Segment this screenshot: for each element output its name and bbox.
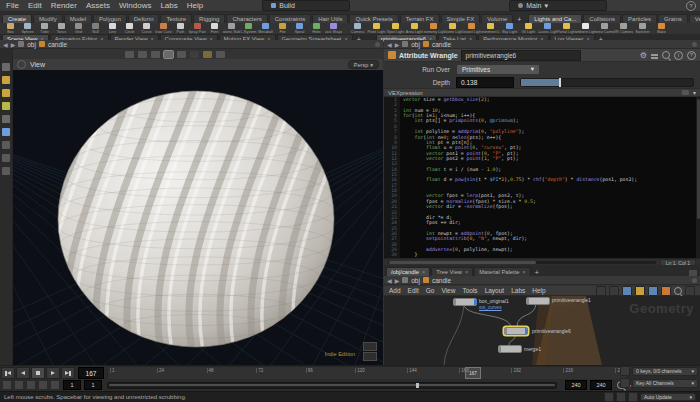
code-scrollbar-vertical[interactable] bbox=[696, 97, 700, 258]
shelf-tool[interactable]: Quick Shapes bbox=[325, 23, 342, 34]
display-flag[interactable] bbox=[525, 328, 528, 334]
radial-menu-icon[interactable] bbox=[17, 60, 26, 69]
close-icon[interactable]: × bbox=[465, 269, 468, 275]
keyframe-options-icon[interactable] bbox=[26, 380, 36, 390]
slider-handle[interactable] bbox=[559, 78, 561, 87]
help-icon[interactable]: ? bbox=[687, 51, 696, 60]
translate-tool-icon[interactable] bbox=[2, 141, 10, 149]
shelf-tool[interactable]: Box bbox=[2, 23, 19, 34]
add-shelf-tab-button[interactable]: + bbox=[514, 16, 524, 23]
forward-button[interactable]: ▶ bbox=[11, 41, 16, 48]
forward-button[interactable]: ▶ bbox=[395, 41, 400, 48]
viewport-snapshot-button[interactable] bbox=[363, 352, 377, 361]
shelf-tool[interactable]: Circle bbox=[121, 23, 138, 34]
breadcrumb-root[interactable]: obj bbox=[27, 41, 36, 48]
shelf-tool[interactable]: Environment Light bbox=[481, 23, 500, 34]
shelf-tool[interactable]: Spray Paint bbox=[189, 23, 206, 34]
shelf-tab[interactable]: Hair Utils bbox=[312, 14, 348, 23]
shelf-tool[interactable]: Metaball bbox=[257, 23, 274, 34]
shelf-tool[interactable]: Point Light bbox=[367, 23, 386, 34]
rotate-tool-icon[interactable] bbox=[2, 154, 10, 162]
dynamics-mode-icon[interactable] bbox=[2, 102, 10, 110]
menu-item[interactable]: Render bbox=[51, 1, 77, 10]
shelf-tool[interactable]: Curve bbox=[138, 23, 155, 34]
tool-pointer-icon[interactable] bbox=[2, 63, 10, 71]
brush-tool-icon[interactable] bbox=[151, 51, 160, 58]
overview-map-icon[interactable] bbox=[685, 286, 695, 296]
shelf-tool[interactable]: Platonic Solids bbox=[223, 23, 240, 34]
shelf-tool[interactable]: Spot Light bbox=[386, 23, 405, 34]
snap-tool-icon[interactable] bbox=[177, 51, 186, 58]
shelf-tool[interactable]: Ambient Light bbox=[576, 23, 595, 34]
twisted-sphere-model[interactable] bbox=[41, 84, 351, 356]
key-all-channels-dropdown[interactable]: Key All Channels ▾ bbox=[632, 379, 698, 388]
node-name-input[interactable]: primitivewrangle6 bbox=[461, 50, 581, 61]
shelf-tab[interactable]: Volume bbox=[481, 14, 513, 23]
objects-mode-icon[interactable] bbox=[2, 76, 10, 84]
color-palette-icon[interactable] bbox=[622, 286, 632, 296]
info-icon[interactable]: i bbox=[674, 51, 683, 60]
depth-slider[interactable] bbox=[520, 78, 694, 87]
shelf-tool[interactable]: Sphere bbox=[19, 23, 36, 34]
network-menu-item[interactable]: Add bbox=[389, 287, 401, 294]
pin-icon[interactable] bbox=[692, 42, 697, 47]
info-tool-icon[interactable] bbox=[2, 128, 10, 136]
network-menu-item[interactable]: View bbox=[441, 287, 455, 294]
shelf-tool[interactable]: Portal Light bbox=[557, 23, 576, 34]
shelf-tab[interactable]: Particles bbox=[622, 14, 657, 23]
key-icon[interactable] bbox=[620, 366, 630, 376]
menu-item[interactable]: File bbox=[6, 1, 19, 10]
close-icon[interactable]: × bbox=[422, 269, 425, 275]
back-button[interactable]: ◀ bbox=[387, 277, 392, 284]
shelf-tool[interactable]: Distant Light bbox=[462, 23, 481, 34]
shelf-tool[interactable]: Camera bbox=[348, 23, 367, 34]
go-to-start-button[interactable] bbox=[1, 367, 15, 379]
frame-range-slider[interactable] bbox=[107, 382, 557, 389]
memory-icon[interactable] bbox=[604, 392, 614, 402]
vex-code-editor[interactable]: 1vector size = getbbox_size(2);23int num… bbox=[384, 97, 700, 258]
scene-viewport[interactable]: Indie Edition bbox=[13, 70, 383, 365]
shelf-tool[interactable]: Null bbox=[87, 23, 104, 34]
shelf-tab[interactable]: Characters bbox=[226, 14, 267, 23]
pin-icon[interactable] bbox=[692, 278, 697, 283]
network-box-icon[interactable] bbox=[648, 286, 658, 296]
shelf-tab[interactable]: Polygon bbox=[93, 14, 127, 23]
help-button[interactable]: ? bbox=[686, 1, 696, 11]
shelf-tab[interactable]: Rigging bbox=[193, 14, 225, 23]
go-to-end-button[interactable] bbox=[61, 367, 75, 379]
shelf-tool[interactable]: Switcher bbox=[633, 23, 652, 34]
keys-info-dropdown[interactable]: 0 keys, 0/0 channels ▾ bbox=[632, 367, 698, 376]
network-menu-item[interactable]: Edit bbox=[408, 287, 419, 294]
network-menu-item[interactable]: Layout bbox=[485, 287, 505, 294]
viewport-layout-button[interactable] bbox=[363, 342, 377, 351]
shelf-tab[interactable]: Create bbox=[2, 14, 32, 23]
viewport-tab-label[interactable]: View bbox=[30, 61, 45, 68]
shelf-tool[interactable]: VR Camera bbox=[614, 23, 633, 34]
shelf-tool[interactable]: Draw Curve bbox=[155, 23, 172, 34]
stop-button[interactable] bbox=[31, 367, 45, 379]
grid-snap-icon[interactable] bbox=[609, 286, 619, 296]
shelf-tab[interactable]: Constraints bbox=[269, 14, 311, 23]
network-menu-item[interactable]: Tools bbox=[462, 287, 477, 294]
network-menu-item[interactable]: Help bbox=[532, 287, 545, 294]
channel-icon[interactable] bbox=[620, 378, 630, 388]
search-icon[interactable] bbox=[662, 51, 670, 59]
refresh-icon[interactable] bbox=[628, 392, 638, 402]
shelf-tool[interactable]: File bbox=[274, 23, 291, 34]
shelf-tool[interactable]: Geometry Light bbox=[424, 23, 443, 34]
find-node-icon[interactable] bbox=[674, 287, 682, 295]
shelf-tool[interactable]: Line bbox=[104, 23, 121, 34]
shelf-tab[interactable]: Simple FX bbox=[441, 14, 481, 23]
wrench-icon[interactable] bbox=[596, 286, 606, 296]
back-button[interactable]: ◀ bbox=[3, 41, 8, 48]
menu-item[interactable]: Windows bbox=[119, 1, 151, 10]
shelf-tab[interactable]: Model bbox=[64, 14, 92, 23]
shelf-tool[interactable]: Volume Light bbox=[443, 23, 462, 34]
shelf-tab[interactable]: Terrain FX bbox=[400, 14, 440, 23]
close-icon[interactable]: × bbox=[523, 269, 526, 275]
depth-input[interactable]: 0.138 bbox=[456, 77, 514, 88]
shelf-tool[interactable]: Tube bbox=[36, 23, 53, 34]
take-selector[interactable]: Main ▾ bbox=[509, 0, 607, 11]
pane-tab[interactable]: Tree View × bbox=[431, 267, 473, 276]
select-tool-icon[interactable] bbox=[125, 51, 134, 58]
